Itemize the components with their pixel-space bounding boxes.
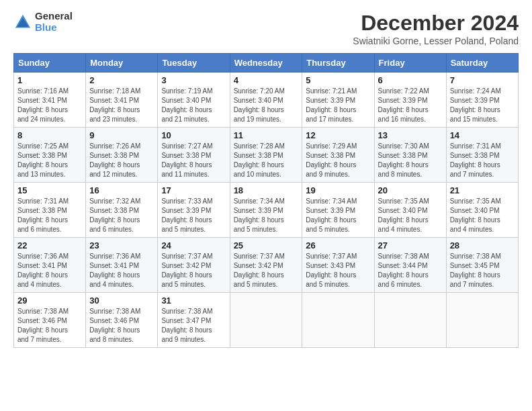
calendar-cell: 16Sunrise: 7:32 AM Sunset: 3:38 PM Dayli… [86, 183, 158, 238]
day-info: Sunrise: 7:36 AM Sunset: 3:41 PM Dayligh… [17, 252, 82, 289]
day-info: Sunrise: 7:38 AM Sunset: 3:45 PM Dayligh… [450, 252, 515, 289]
day-number: 23 [89, 240, 154, 250]
calendar-week-3: 15Sunrise: 7:31 AM Sunset: 3:38 PM Dayli… [14, 183, 519, 238]
day-info: Sunrise: 7:34 AM Sunset: 3:39 PM Dayligh… [306, 197, 370, 234]
day-number: 24 [161, 240, 226, 250]
weekday-header-wednesday: Wednesday [230, 54, 302, 73]
weekday-header-saturday: Saturday [446, 54, 518, 73]
day-number: 26 [306, 240, 370, 250]
day-info: Sunrise: 7:29 AM Sunset: 3:38 PM Dayligh… [306, 142, 370, 179]
calendar-cell: 2Sunrise: 7:18 AM Sunset: 3:41 PM Daylig… [86, 73, 158, 128]
day-info: Sunrise: 7:26 AM Sunset: 3:38 PM Dayligh… [89, 142, 154, 179]
day-number: 17 [161, 185, 226, 195]
day-info: Sunrise: 7:38 AM Sunset: 3:46 PM Dayligh… [89, 307, 154, 345]
day-number: 28 [450, 240, 515, 250]
day-number: 15 [17, 185, 82, 195]
calendar-cell [302, 293, 374, 348]
day-number: 12 [306, 130, 370, 140]
day-info: Sunrise: 7:38 AM Sunset: 3:44 PM Dayligh… [378, 252, 443, 289]
day-number: 19 [306, 185, 370, 195]
day-number: 20 [378, 185, 443, 195]
day-info: Sunrise: 7:20 AM Sunset: 3:40 PM Dayligh… [234, 87, 299, 124]
calendar-cell: 17Sunrise: 7:33 AM Sunset: 3:39 PM Dayli… [158, 183, 230, 238]
logo-icon [13, 13, 32, 32]
calendar-week-2: 8Sunrise: 7:25 AM Sunset: 3:38 PM Daylig… [14, 128, 519, 183]
weekday-row: SundayMondayTuesdayWednesdayThursdayFrid… [14, 54, 519, 73]
day-number: 11 [234, 130, 299, 140]
day-info: Sunrise: 7:24 AM Sunset: 3:39 PM Dayligh… [450, 87, 515, 124]
day-info: Sunrise: 7:37 AM Sunset: 3:42 PM Dayligh… [234, 252, 299, 289]
calendar-cell: 3Sunrise: 7:19 AM Sunset: 3:40 PM Daylig… [158, 73, 230, 128]
day-number: 29 [17, 295, 82, 306]
calendar-cell: 7Sunrise: 7:24 AM Sunset: 3:39 PM Daylig… [446, 73, 518, 128]
day-number: 14 [450, 130, 515, 140]
day-number: 25 [234, 240, 299, 250]
day-number: 1 [17, 75, 82, 85]
calendar-week-5: 29Sunrise: 7:38 AM Sunset: 3:46 PM Dayli… [14, 293, 519, 348]
calendar-cell: 23Sunrise: 7:36 AM Sunset: 3:41 PM Dayli… [86, 238, 158, 293]
day-info: Sunrise: 7:36 AM Sunset: 3:41 PM Dayligh… [89, 252, 154, 289]
day-info: Sunrise: 7:16 AM Sunset: 3:41 PM Dayligh… [17, 87, 82, 124]
day-number: 22 [17, 240, 82, 250]
day-number: 10 [161, 130, 226, 140]
calendar-cell: 28Sunrise: 7:38 AM Sunset: 3:45 PM Dayli… [446, 238, 518, 293]
day-info: Sunrise: 7:21 AM Sunset: 3:39 PM Dayligh… [306, 87, 370, 124]
calendar-cell: 30Sunrise: 7:38 AM Sunset: 3:46 PM Dayli… [86, 293, 158, 348]
calendar-cell: 21Sunrise: 7:35 AM Sunset: 3:40 PM Dayli… [446, 183, 518, 238]
logo-text: General Blue [35, 11, 73, 33]
calendar-week-1: 1Sunrise: 7:16 AM Sunset: 3:41 PM Daylig… [14, 73, 519, 128]
calendar-cell: 14Sunrise: 7:31 AM Sunset: 3:38 PM Dayli… [446, 128, 518, 183]
day-number: 3 [161, 75, 226, 85]
calendar-body: 1Sunrise: 7:16 AM Sunset: 3:41 PM Daylig… [14, 73, 519, 348]
day-info: Sunrise: 7:34 AM Sunset: 3:39 PM Dayligh… [234, 197, 299, 234]
logo: General Blue [13, 11, 73, 33]
calendar-cell [374, 293, 446, 348]
calendar-cell [230, 293, 302, 348]
calendar-cell: 8Sunrise: 7:25 AM Sunset: 3:38 PM Daylig… [14, 128, 86, 183]
calendar-table: SundayMondayTuesdayWednesdayThursdayFrid… [13, 53, 519, 348]
day-number: 30 [89, 295, 154, 306]
calendar-cell: 25Sunrise: 7:37 AM Sunset: 3:42 PM Dayli… [230, 238, 302, 293]
calendar-header: SundayMondayTuesdayWednesdayThursdayFrid… [14, 54, 519, 73]
day-number: 7 [450, 75, 515, 85]
day-number: 16 [89, 185, 154, 195]
calendar-cell: 29Sunrise: 7:38 AM Sunset: 3:46 PM Dayli… [14, 293, 86, 348]
day-info: Sunrise: 7:33 AM Sunset: 3:39 PM Dayligh… [161, 197, 226, 234]
logo-line2: Blue [35, 22, 73, 34]
calendar-cell: 1Sunrise: 7:16 AM Sunset: 3:41 PM Daylig… [14, 73, 86, 128]
day-number: 2 [89, 75, 154, 85]
logo-line1: General [35, 11, 73, 22]
day-info: Sunrise: 7:27 AM Sunset: 3:38 PM Dayligh… [161, 142, 226, 179]
calendar-cell: 31Sunrise: 7:38 AM Sunset: 3:47 PM Dayli… [158, 293, 230, 348]
weekday-header-tuesday: Tuesday [158, 54, 230, 73]
calendar-cell: 27Sunrise: 7:38 AM Sunset: 3:44 PM Dayli… [374, 238, 446, 293]
weekday-header-thursday: Thursday [302, 54, 374, 73]
calendar-cell: 20Sunrise: 7:35 AM Sunset: 3:40 PM Dayli… [374, 183, 446, 238]
day-info: Sunrise: 7:35 AM Sunset: 3:40 PM Dayligh… [450, 197, 515, 234]
day-number: 13 [378, 130, 443, 140]
calendar-cell: 26Sunrise: 7:37 AM Sunset: 3:43 PM Dayli… [302, 238, 374, 293]
day-number: 5 [306, 75, 370, 85]
weekday-header-sunday: Sunday [14, 54, 86, 73]
day-info: Sunrise: 7:22 AM Sunset: 3:39 PM Dayligh… [378, 87, 443, 124]
title-block: December 2024 Swiatniki Gorne, Lesser Po… [353, 11, 519, 46]
day-info: Sunrise: 7:38 AM Sunset: 3:47 PM Dayligh… [161, 307, 226, 345]
day-info: Sunrise: 7:38 AM Sunset: 3:46 PM Dayligh… [17, 307, 82, 345]
calendar-cell [446, 293, 518, 348]
calendar-cell: 22Sunrise: 7:36 AM Sunset: 3:41 PM Dayli… [14, 238, 86, 293]
weekday-header-monday: Monday [86, 54, 158, 73]
location: Swiatniki Gorne, Lesser Poland, Poland [353, 36, 519, 46]
day-info: Sunrise: 7:37 AM Sunset: 3:43 PM Dayligh… [306, 252, 370, 289]
calendar-cell: 5Sunrise: 7:21 AM Sunset: 3:39 PM Daylig… [302, 73, 374, 128]
calendar-cell: 12Sunrise: 7:29 AM Sunset: 3:38 PM Dayli… [302, 128, 374, 183]
month-title: December 2024 [353, 11, 519, 36]
day-info: Sunrise: 7:18 AM Sunset: 3:41 PM Dayligh… [89, 87, 154, 124]
calendar-cell: 9Sunrise: 7:26 AM Sunset: 3:38 PM Daylig… [86, 128, 158, 183]
calendar-cell: 10Sunrise: 7:27 AM Sunset: 3:38 PM Dayli… [158, 128, 230, 183]
day-info: Sunrise: 7:25 AM Sunset: 3:38 PM Dayligh… [17, 142, 82, 179]
day-number: 6 [378, 75, 443, 85]
calendar-cell: 4Sunrise: 7:20 AM Sunset: 3:40 PM Daylig… [230, 73, 302, 128]
calendar-cell: 18Sunrise: 7:34 AM Sunset: 3:39 PM Dayli… [230, 183, 302, 238]
day-info: Sunrise: 7:19 AM Sunset: 3:40 PM Dayligh… [161, 87, 226, 124]
day-number: 21 [450, 185, 515, 195]
